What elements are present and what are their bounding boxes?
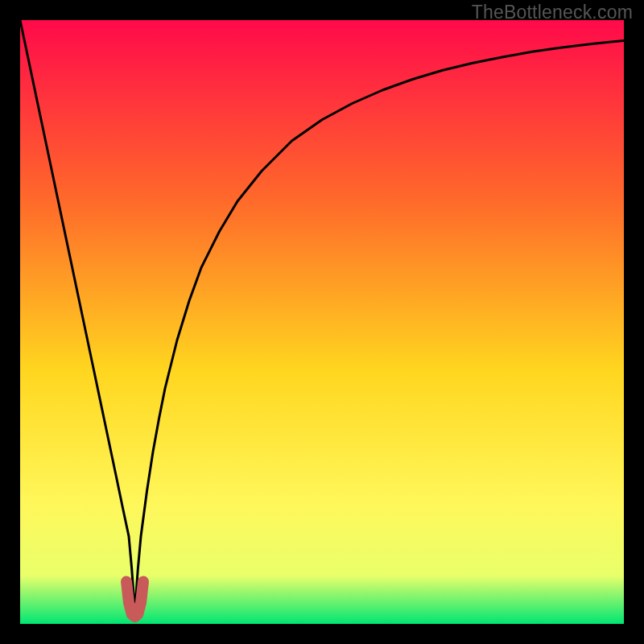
chart-frame: TheBottleneck.com bbox=[0, 0, 644, 644]
plot-area bbox=[20, 20, 624, 624]
bottleneck-chart bbox=[20, 20, 624, 624]
gradient-bg bbox=[20, 20, 624, 624]
watermark-text: TheBottleneck.com bbox=[472, 2, 633, 23]
